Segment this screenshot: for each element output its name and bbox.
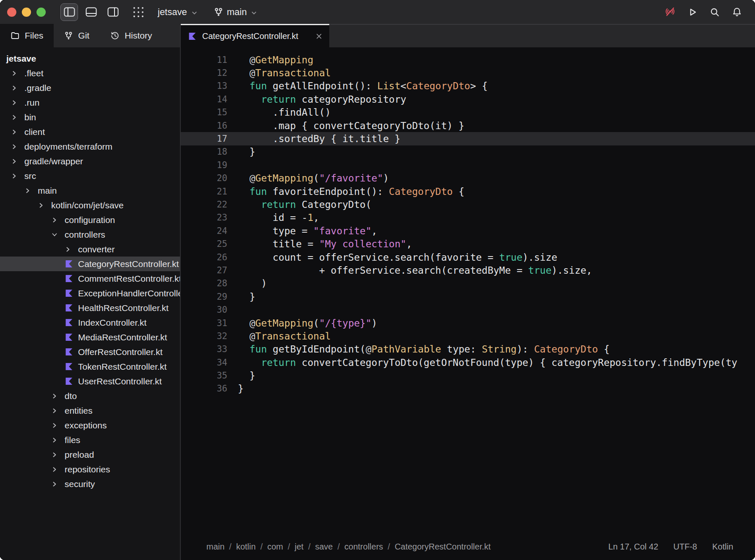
tree-item-files[interactable]: files [0,433,180,447]
code-editor[interactable]: 11 @GetMapping12 @Transactional13 fun ge… [181,47,755,533]
code-line-32[interactable]: 32 @Transactional [181,329,755,342]
breadcrumb-segment[interactable]: kotlin [236,542,256,552]
tree-file-exceptionhandlercontroller-kt[interactable]: ExceptionHandlerController.kt [0,286,180,301]
tree-item-dto[interactable]: dto [0,389,180,403]
project-selector[interactable]: jetsave [158,7,198,18]
tree-item-main[interactable]: main [0,183,180,198]
chevron-expanded-icon[interactable] [51,231,58,238]
branch-selector[interactable]: main [214,7,258,18]
chevron-collapsed-icon[interactable] [51,437,58,443]
toggle-left-panel-button[interactable] [60,3,78,21]
tree-item-jetsave[interactable]: jetsave [0,51,180,66]
bell-icon[interactable] [732,7,742,18]
tree-item-src[interactable]: src [0,169,180,183]
chevron-collapsed-icon[interactable] [51,481,58,487]
code-line-36[interactable]: 36} [181,382,755,395]
chevron-collapsed-icon[interactable] [11,143,18,150]
chevron-collapsed-icon[interactable] [51,393,58,399]
file-encoding[interactable]: UTF-8 [673,542,697,552]
code-line-27[interactable]: 27 + offerService.search(createdByMe = t… [181,264,755,277]
chevron-collapsed-icon[interactable] [51,451,58,458]
code-line-29[interactable]: 29 } [181,290,755,303]
code-line-12[interactable]: 12 @Transactional [181,66,755,79]
code-line-28[interactable]: 28 ) [181,277,755,290]
chevron-collapsed-icon[interactable] [11,158,18,165]
chevron-collapsed-icon[interactable] [51,217,58,223]
code-line-25[interactable]: 25 title = "My collection", [181,237,755,250]
tree-item--run[interactable]: .run [0,95,180,110]
chevron-collapsed-icon[interactable] [24,187,31,194]
code-line-24[interactable]: 24 type = "favorite", [181,224,755,237]
file-language[interactable]: Kotlin [712,542,733,552]
breadcrumb-segment[interactable]: CategoryRestController.kt [395,542,491,552]
breadcrumb-segment[interactable]: main [206,542,224,552]
code-line-19[interactable]: 19 [181,158,755,171]
tree-item-exceptions[interactable]: exceptions [0,418,180,433]
tree-item-bin[interactable]: bin [0,110,180,124]
tree-file-tokenrestcontroller-kt[interactable]: TokenRestController.kt [0,359,180,374]
code-line-33[interactable]: 33 fun getByIdEndpoint(@PathVariable typ… [181,343,755,356]
run-icon[interactable] [687,7,698,18]
code-line-23[interactable]: 23 id = -1, [181,211,755,224]
tree-item-controllers[interactable]: controllers [0,227,180,242]
tree-item-converter[interactable]: converter [0,242,180,257]
tree-item--fleet[interactable]: .fleet [0,66,180,80]
tree-file-offerrestcontroller-kt[interactable]: OfferRestController.kt [0,345,180,359]
tree-item-security[interactable]: security [0,477,180,491]
tree-item-configuration[interactable]: configuration [0,213,180,227]
chevron-collapsed-icon[interactable] [65,246,71,253]
code-line-17[interactable]: 17 .sortedBy { it.title } [181,132,755,145]
chevron-collapsed-icon[interactable] [11,99,18,106]
code-line-16[interactable]: 16 .map { convertCategoryToDto(it) } [181,119,755,132]
code-line-11[interactable]: 11 @GetMapping [181,53,755,66]
code-line-13[interactable]: 13 fun getAllEndpoint(): List<CategoryDt… [181,80,755,93]
tree-item-entities[interactable]: entities [0,403,180,418]
tree-item-repositories[interactable]: repositories [0,462,180,477]
tab-history[interactable]: History [100,24,162,47]
toggle-bottom-panel-button[interactable] [82,3,100,21]
tree-item-kotlin-com-jet-save[interactable]: kotlin/com/jet/save [0,198,180,213]
tree-item--gradle[interactable]: .gradle [0,80,180,95]
chevron-collapsed-icon[interactable] [51,422,58,429]
code-line-34[interactable]: 34 return convertCategoryToDto(getOrNotF… [181,356,755,369]
tree-file-healthrestcontroller-kt[interactable]: HealthRestController.kt [0,301,180,315]
code-line-31[interactable]: 31 @GetMapping("/{type}") [181,316,755,329]
breadcrumb-segment[interactable]: save [315,542,333,552]
code-line-26[interactable]: 26 count = offerService.search(favorite … [181,251,755,264]
code-line-30[interactable]: 30 [181,303,755,316]
breadcrumb-segment[interactable]: com [267,542,283,552]
breadcrumb[interactable]: main/kotlin/com/jet/save/controllers/Cat… [206,542,491,552]
code-line-20[interactable]: 20 @GetMapping("/favorite") [181,172,755,185]
tree-item-deployments-terraform[interactable]: deployments/terraform [0,139,180,154]
editor-tab[interactable]: CategoryRestController.kt [181,24,329,47]
tree-item-gradle-wrapper[interactable]: gradle/wrapper [0,154,180,169]
breadcrumb-segment[interactable]: jet [295,542,304,552]
chevron-collapsed-icon[interactable] [11,114,18,121]
toggle-right-panel-button[interactable] [104,3,122,21]
code-line-14[interactable]: 14 return categoryRepository [181,93,755,106]
tree-item-preload[interactable]: preload [0,447,180,462]
chevron-collapsed-icon[interactable] [51,466,58,473]
tab-git[interactable]: Git [54,24,100,47]
chevron-collapsed-icon[interactable] [11,129,18,135]
code-line-22[interactable]: 22 return CategoryDto( [181,198,755,211]
chevron-collapsed-icon[interactable] [11,70,18,77]
search-icon[interactable] [709,7,720,18]
code-line-18[interactable]: 18 } [181,145,755,158]
chevron-collapsed-icon[interactable] [51,407,58,414]
code-line-15[interactable]: 15 .findAll() [181,106,755,119]
tree-file-categoryrestcontroller-kt[interactable]: CategoryRestController.kt [0,257,180,271]
breadcrumb-segment[interactable]: controllers [344,542,383,552]
code-line-35[interactable]: 35 } [181,369,755,382]
window-maximize-button[interactable] [36,8,46,17]
code-line-21[interactable]: 21 fun favoriteEndpoint(): CategoryDto { [181,185,755,198]
tree-file-userrestcontroller-kt[interactable]: UserRestController.kt [0,374,180,389]
chevron-collapsed-icon[interactable] [38,202,44,209]
tree-item-client[interactable]: client [0,124,180,139]
workspaces-grid-icon[interactable] [130,4,147,21]
chevron-collapsed-icon[interactable] [11,85,18,91]
tree-file-commentrestcontroller-kt[interactable]: CommentRestController.kt [0,271,180,286]
chevron-collapsed-icon[interactable] [11,173,18,179]
broadcast-off-icon[interactable] [664,6,676,18]
close-icon[interactable] [315,33,323,40]
